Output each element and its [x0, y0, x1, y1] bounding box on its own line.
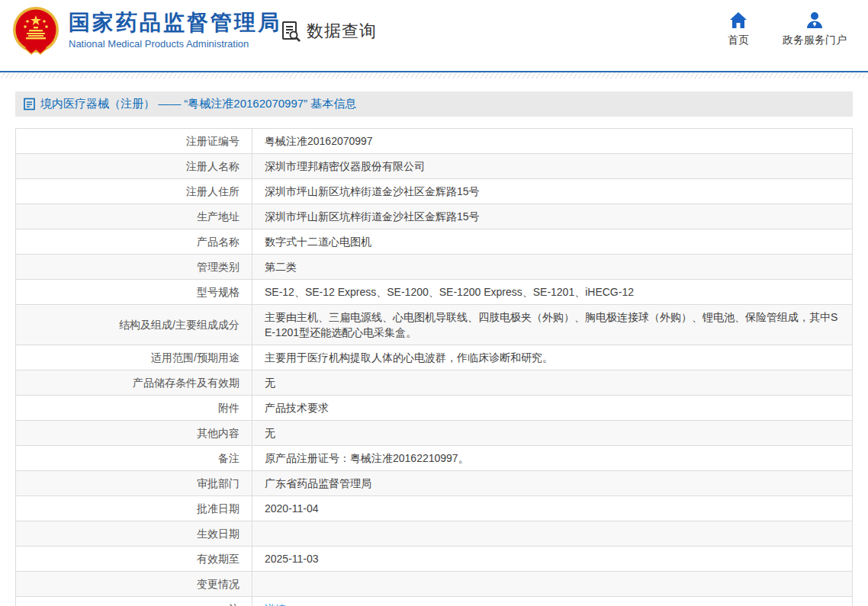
table-row: 产品储存条件及有效期 无 [16, 370, 853, 396]
row-value: 产品技术要求 [252, 396, 853, 421]
row-label: 附件 [16, 396, 252, 421]
breadcrumb-text: 境内医疗器械（注册） —— “粤械注准20162070997” 基本信息 [40, 97, 356, 111]
table-row: 其他内容 无 [16, 421, 853, 446]
row-label: 结构及组成/主要组成成分 [16, 305, 252, 345]
table-row: 生效日期 [16, 521, 853, 547]
row-label: ●注 [16, 597, 252, 606]
row-value [252, 572, 853, 597]
table-row: 批准日期 2020-11-04 [16, 496, 853, 521]
row-label: 审批部门 [16, 471, 252, 496]
row-value: 广东省药品监督管理局 [252, 471, 853, 496]
row-label: 注册人名称 [16, 154, 252, 179]
table-row: 注册人名称 深圳市理邦精密仪器股份有限公司 [16, 154, 853, 179]
table-row: 结构及组成/主要组成成分 主要由主机、三扁电源线、心电图机导联线、四肢电极夹（外… [16, 305, 853, 345]
row-value: 2020-11-04 [252, 496, 853, 521]
row-value: 无 [252, 421, 853, 446]
row-value: 粤械注准20162070997 [252, 129, 853, 154]
row-value: 深圳市理邦精密仪器股份有限公司 [252, 154, 853, 179]
page-header: 国家药品监督管理局 National Medical Products Admi… [0, 0, 868, 71]
device-info-table: 注册证编号 粤械注准20162070997 注册人名称 深圳市理邦精密仪器股份有… [15, 128, 853, 606]
row-value: 数字式十二道心电图机 [252, 229, 853, 255]
row-label: 生产地址 [16, 204, 252, 229]
table-row: 型号规格 SE-12、SE-12 Express、SE-1200、SE-1200… [16, 280, 853, 305]
site-title-en: National Medical Products Administration [69, 38, 281, 50]
breadcrumb-bar: 境内医疗器械（注册） —— “粤械注准20162070997” 基本信息 [15, 91, 853, 117]
row-value: 原产品注册证号：粤械注准20162210997。 [252, 446, 853, 471]
row-value: 主要由主机、三扁电源线、心电图机导联线、四肢电极夹（外购）、胸电极连接球（外购）… [252, 305, 853, 345]
data-query-label: 数据查询 [307, 20, 377, 43]
table-row: 管理类别 第二类 [16, 255, 853, 280]
row-value: 无 [252, 370, 853, 396]
row-value: 2025-11-03 [252, 547, 853, 572]
document-icon [23, 98, 36, 111]
row-label: 型号规格 [16, 280, 252, 305]
row-label: 产品名称 [16, 229, 252, 255]
table-row: 产品名称 数字式十二道心电图机 [16, 229, 853, 255]
detail-link[interactable]: 详情 [265, 603, 286, 606]
brand-block: 国家药品监督管理局 National Medical Products Admi… [69, 11, 281, 50]
table-row: 适用范围/预期用途 主要用于医疗机构提取人体的心电波群，作临床诊断和研究。 [16, 345, 853, 370]
site-title-cn: 国家药品监督管理局 [69, 11, 281, 35]
table-row: 附件 产品技术要求 [16, 396, 853, 421]
top-nav: 首页 政务服务门户 [728, 11, 847, 47]
row-label: 产品储存条件及有效期 [16, 370, 252, 396]
table-row: 注册证编号 粤械注准20162070997 [16, 129, 853, 154]
table-row: 备注 原产品注册证号：粤械注准20162210997。 [16, 446, 853, 471]
national-emblem-logo [11, 6, 61, 56]
row-label: 注册人住所 [16, 179, 252, 204]
row-label: 有效期至 [16, 547, 252, 572]
hatched-strip [0, 72, 868, 79]
row-value: SE-12、SE-12 Express、SE-1200、SE-1200 Expr… [252, 280, 853, 305]
document-search-icon [279, 20, 302, 43]
row-label: 注册证编号 [16, 129, 252, 154]
row-value [252, 521, 853, 547]
row-value: 主要用于医疗机构提取人体的心电波群，作临床诊断和研究。 [252, 345, 853, 370]
row-label: 变更情况 [16, 572, 252, 597]
table-row: 审批部门 广东省药品监督管理局 [16, 471, 853, 496]
table-row: ●注 详情 [16, 597, 853, 606]
row-label: 备注 [16, 446, 252, 471]
nav-portal[interactable]: 政务服务门户 [783, 11, 847, 47]
nav-home-label: 首页 [728, 34, 749, 47]
row-label: 生效日期 [16, 521, 252, 547]
row-label: 批准日期 [16, 496, 252, 521]
table-row: 有效期至 2025-11-03 [16, 547, 853, 572]
nav-portal-label: 政务服务门户 [783, 34, 847, 47]
row-label: 管理类别 [16, 255, 252, 280]
row-label: 其他内容 [16, 421, 252, 446]
info-table-body: 注册证编号 粤械注准20162070997 注册人名称 深圳市理邦精密仪器股份有… [16, 129, 853, 606]
nav-home[interactable]: 首页 [728, 11, 749, 47]
row-value: 深圳市坪山新区坑梓街道金沙社区金辉路15号 [252, 204, 853, 229]
home-icon [728, 11, 748, 29]
row-value: 详情 [252, 597, 853, 606]
table-row: 生产地址 深圳市坪山新区坑梓街道金沙社区金辉路15号 [16, 204, 853, 229]
table-row: 注册人住所 深圳市坪山新区坑梓街道金沙社区金辉路15号 [16, 179, 853, 204]
row-value: 第二类 [252, 255, 853, 280]
table-row: 变更情况 [16, 572, 853, 597]
user-icon [805, 11, 825, 29]
row-label: 适用范围/预期用途 [16, 345, 252, 370]
row-value: 深圳市坪山新区坑梓街道金沙社区金辉路15号 [252, 179, 853, 204]
data-query-tab[interactable]: 数据查询 [279, 20, 377, 43]
